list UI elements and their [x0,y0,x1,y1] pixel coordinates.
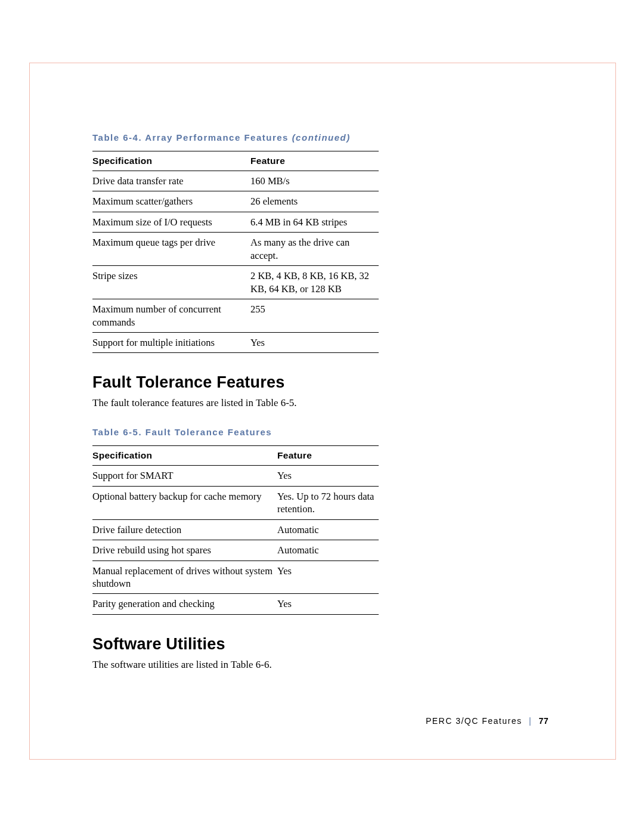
table-row: Maximum size of I/O requests6.4 MB in 64… [92,212,379,232]
table-6-4: Specification Feature Drive data transfe… [92,151,379,353]
table-header: Specification [92,446,277,466]
heading-fault-tolerance: Fault Tolerance Features [92,373,564,392]
spec-cell: Maximum size of I/O requests [92,212,250,232]
feat-cell: 160 MB/s [250,171,379,191]
body-text: The fault tolerance features are listed … [92,397,564,410]
spec-cell: Maximum queue tags per drive [92,233,250,266]
feat-cell: 6.4 MB in 64 KB stripes [250,212,379,232]
caption-continued: (continued) [292,132,351,143]
feat-cell: Yes [250,332,379,352]
table-row: Maximum number of concurrent commands255 [92,299,379,333]
table-row: Stripe sizes2 KB, 4 KB, 8 KB, 16 KB, 32 … [92,266,379,299]
table-row: Drive data transfer rate160 MB/s [92,171,379,191]
table-header: Feature [277,446,379,466]
table-header: Specification [92,151,250,171]
feat-cell: Yes [277,594,379,614]
spec-cell: Manual replacement of drives without sys… [92,561,277,594]
spec-cell: Stripe sizes [92,266,250,299]
caption-text: Table 6-4. Array Performance Features [92,132,292,143]
table-6-5-caption: Table 6-5. Fault Tolerance Features [92,427,564,437]
table-6-4-caption: Table 6-4. Array Performance Features (c… [92,132,564,143]
feat-cell: Yes [277,466,379,486]
table-row: Maximum scatter/gathers26 elements [92,191,379,212]
table-row: Maximum queue tags per driveAs many as t… [92,233,379,266]
spec-cell: Parity generation and checking [92,594,277,614]
body-text: The software utilities are listed in Tab… [92,658,564,672]
feat-cell: Yes. Up to 72 hours data retention. [277,486,379,519]
footer-section-label: PERC 3/QC Features [426,716,522,726]
feat-cell: As many as the drive can accept. [250,233,379,266]
footer-separator: | [525,716,535,726]
table-row: Drive failure detectionAutomatic [92,519,379,540]
spec-cell: Maximum scatter/gathers [92,191,250,212]
feat-cell: Automatic [277,540,379,561]
table-6-5: Specification Feature Support for SMARTY… [92,445,379,615]
spec-cell: Support for multiple initiations [92,332,250,352]
page-content: Table 6-4. Array Performance Features (c… [92,132,564,689]
spec-cell: Drive failure detection [92,519,277,540]
spec-cell: Drive rebuild using hot spares [92,540,277,561]
spec-cell: Drive data transfer rate [92,171,250,191]
feat-cell: Automatic [277,519,379,540]
spec-cell: Maximum number of concurrent commands [92,299,250,333]
feat-cell: 26 elements [250,191,379,212]
spec-cell: Support for SMART [92,466,277,486]
feat-cell: 2 KB, 4 KB, 8 KB, 16 KB, 32 KB, 64 KB, o… [250,266,379,299]
footer-page-number: 77 [538,716,549,726]
table-row: Support for multiple initiationsYes [92,332,379,352]
feat-cell: 255 [250,299,379,333]
table-row: Manual replacement of drives without sys… [92,561,379,594]
table-row: Optional battery backup for cache memory… [92,486,379,519]
spec-cell: Optional battery backup for cache memory [92,486,277,519]
table-row: Parity generation and checkingYes [92,594,379,614]
table-row: Support for SMARTYes [92,466,379,486]
table-row: Drive rebuild using hot sparesAutomatic [92,540,379,561]
page-footer: PERC 3/QC Features | 77 [426,716,549,726]
feat-cell: Yes [277,561,379,594]
table-header: Feature [250,151,379,171]
heading-software-utilities: Software Utilities [92,635,564,654]
